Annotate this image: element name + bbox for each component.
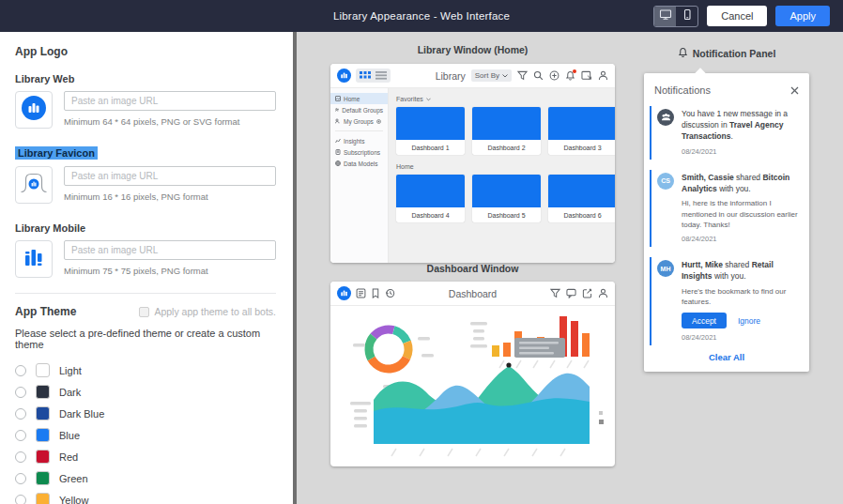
ignore-link[interactable]: Ignore (738, 316, 760, 326)
theme-radio-red[interactable] (15, 451, 26, 463)
theme-swatch-blue (36, 428, 50, 442)
theme-option-green[interactable]: Green (15, 467, 276, 489)
dashboard-charts-illustration (330, 306, 615, 466)
bell-icon (678, 47, 688, 60)
sidebar-item-subscriptions[interactable]: Subscriptions (330, 146, 388, 158)
section-divider (15, 293, 276, 294)
app-theme-description: Please select a pre-defined theme or cre… (15, 328, 276, 350)
filter-icon[interactable] (517, 70, 528, 81)
library-favicon-logo-icon (20, 171, 48, 199)
dashboard-card[interactable]: Dashboard 2 (472, 107, 541, 155)
dashboard-card[interactable]: Dashboard 3 (548, 107, 615, 155)
notification-item: CS Smith, Cassie shared Bitcoin Analytic… (644, 170, 809, 247)
grid-view-icon[interactable] (360, 71, 371, 80)
library-mobile-url-input[interactable] (64, 240, 276, 260)
top-bar: Library Appearance - Web Interface Cance… (0, 0, 843, 32)
favorites-section-label[interactable]: Favorites (396, 96, 615, 102)
subscriptions-icon (335, 149, 341, 155)
theme-radio-blue[interactable] (15, 430, 26, 441)
theme-option-red[interactable]: Red (15, 446, 276, 467)
mobile-phone-icon (682, 8, 692, 24)
cancel-button[interactable]: Cancel (707, 6, 767, 26)
theme-radio-dark-blue[interactable] (15, 408, 26, 420)
dashboard-window-caption: Dashboard Window (330, 263, 615, 274)
dashboard-card[interactable]: Dashboard 4 (396, 175, 465, 222)
notification-item: You have 1 new message in a discussion i… (644, 106, 809, 160)
list-view-icon[interactable] (376, 71, 387, 80)
notification-dot (573, 69, 576, 73)
mobile-view-button[interactable] (676, 7, 697, 26)
add-icon[interactable] (549, 70, 559, 81)
dashboard-card[interactable]: Dashboard 6 (548, 175, 615, 222)
library-favicon-field: Library Favicon Minimum 16 * 16 pixels, … (15, 144, 276, 204)
card-thumbnail (548, 107, 615, 140)
clear-all-link[interactable]: Clear All (644, 349, 809, 364)
notification-date: 08/24/2021 (682, 147, 798, 156)
card-thumbnail (472, 175, 541, 207)
insights-icon (335, 138, 341, 144)
settings-sidebar: App Logo Library Web Minimum 64 * 64 pix… (0, 32, 297, 504)
notifications-bell-icon[interactable] (565, 70, 575, 81)
notification-item: MH Hurtt, Mike shared Retail Insights wi… (644, 257, 809, 345)
my-groups-icon (335, 118, 341, 124)
library-favicon-url-input[interactable] (64, 166, 276, 186)
sidebar-item-data-models[interactable]: Data Models (330, 158, 388, 169)
library-web-url-input[interactable] (64, 91, 276, 111)
library-window-caption: Library Window (Home) (330, 44, 615, 55)
theme-radio-dark[interactable] (15, 387, 26, 398)
theme-option-dark[interactable]: Dark (15, 381, 276, 403)
notification-title: Smith, Cassie shared Bitcoin Analytics w… (682, 173, 798, 195)
donut-chart (353, 321, 434, 388)
close-icon[interactable] (790, 82, 799, 99)
sidebar-item-default-groups[interactable]: Default Groups (330, 104, 388, 115)
apply-button[interactable]: Apply (775, 6, 830, 26)
comment-icon[interactable] (566, 288, 576, 298)
desktop-monitor-icon (659, 8, 672, 24)
sidebar-item-my-groups[interactable]: My Groups (330, 115, 388, 127)
library-preview-sidebar: Home Default Groups My Groups Insig (330, 88, 389, 263)
profile-icon[interactable] (598, 288, 608, 298)
desktop-view-button[interactable] (654, 7, 676, 26)
profile-icon[interactable] (598, 70, 608, 81)
filter-icon[interactable] (550, 288, 560, 298)
card-thumbnail (396, 107, 465, 140)
discussion-group-icon (661, 113, 671, 122)
theme-swatch-yellow (36, 493, 50, 504)
move-to-folder-icon[interactable] (581, 70, 592, 81)
theme-swatch-green (36, 471, 50, 485)
library-mobile-logo-icon (23, 246, 45, 272)
history-icon[interactable] (385, 288, 395, 298)
accept-button[interactable]: Accept (682, 313, 727, 328)
theme-option-blue[interactable]: Blue (15, 424, 276, 446)
library-web-hint: Minimum 64 * 64 pixels, PNG or SVG forma… (64, 116, 276, 127)
sidebar-item-home[interactable]: Home (330, 93, 388, 104)
apply-theme-to-bots-checkbox[interactable] (139, 307, 149, 317)
report-list-icon[interactable] (356, 288, 366, 298)
theme-radio-green[interactable] (15, 473, 26, 484)
notification-body: Hi, here is the information I mentioned … (682, 198, 798, 230)
theme-swatch-red (36, 450, 50, 464)
preview-area: Library Window (Home) Library (297, 32, 843, 504)
add-group-icon (376, 119, 381, 124)
theme-option-yellow[interactable]: Yellow (15, 489, 276, 504)
card-thumbnail (548, 175, 615, 207)
theme-option-dark-blue[interactable]: Dark Blue (15, 403, 276, 424)
sidebar-item-insights[interactable]: Insights (330, 135, 388, 146)
chevron-down-icon (426, 98, 431, 101)
bookmark-icon[interactable] (371, 288, 380, 298)
theme-swatch-dark-blue (36, 406, 50, 420)
library-logo-icon (337, 69, 351, 83)
avatar: CS (657, 173, 674, 190)
notification-title: You have 1 new message in a discussion i… (682, 109, 798, 143)
theme-option-light[interactable]: Light (15, 359, 276, 381)
theme-radio-light[interactable] (15, 365, 26, 376)
search-icon[interactable] (533, 70, 544, 81)
library-window-preview: Library Sort By (330, 64, 615, 263)
library-favicon-label: Library Favicon (15, 146, 98, 160)
app-theme-heading: App Theme (15, 305, 76, 318)
theme-radio-yellow[interactable] (15, 495, 26, 504)
dashboard-card[interactable]: Dashboard 1 (396, 107, 465, 155)
dashboard-card[interactable]: Dashboard 5 (472, 175, 541, 222)
sort-by-button[interactable]: Sort By (471, 69, 512, 82)
share-export-icon[interactable] (582, 288, 592, 298)
